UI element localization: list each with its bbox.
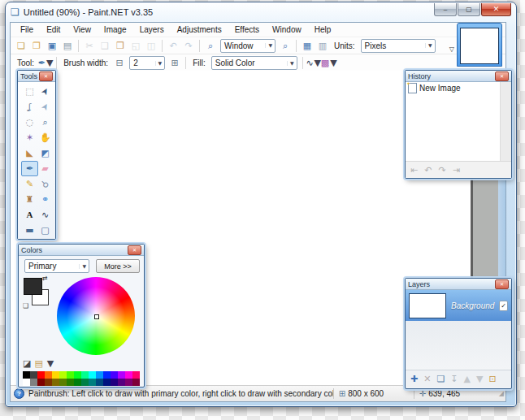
palette-color-swatch[interactable] [23, 379, 30, 386]
toolbar-overflow-icon[interactable]: ▽ [449, 46, 454, 53]
palette-swatch-icon[interactable]: ◪ [23, 359, 31, 368]
menu-item-window[interactable]: Window [266, 24, 308, 36]
menu-item-layers[interactable]: Layers [133, 24, 171, 36]
palette-color-swatch[interactable] [125, 371, 132, 379]
tool-ellipse-select-icon[interactable]: ◌ [21, 115, 38, 130]
palette-color-swatch[interactable] [37, 371, 45, 379]
history-close-icon[interactable]: ✕ [495, 71, 509, 81]
palette-image-icon[interactable]: ▤ [34, 359, 42, 368]
tool-rectangle-select-icon[interactable]: ⬚ [21, 84, 38, 99]
menu-item-help[interactable]: Help [308, 24, 338, 36]
chevron-down-icon[interactable]: ▼ [330, 58, 336, 67]
menu-item-file[interactable]: File [14, 24, 40, 36]
palette-color-swatch[interactable] [30, 371, 37, 379]
tool-line-curve-icon[interactable]: ∿ [37, 207, 54, 223]
palette-color-swatch[interactable] [23, 371, 30, 379]
palette-color-swatch[interactable] [67, 371, 74, 379]
palette-color-swatch[interactable] [103, 379, 111, 386]
history-scrollbar[interactable] [500, 82, 511, 161]
rulers-toggle-icon[interactable]: ▥ [315, 39, 330, 53]
palette-color-swatch[interactable] [111, 379, 118, 386]
chevron-down-icon[interactable]: ▼ [315, 58, 321, 67]
palette-color-swatch[interactable] [96, 371, 103, 379]
chevron-down-icon[interactable]: ▼ [46, 58, 53, 67]
tool-gradient-icon[interactable]: ◩ [37, 145, 54, 161]
palette-color-swatch[interactable] [125, 379, 132, 386]
primary-color-swatch[interactable] [24, 278, 42, 295]
tool-move-selected-pixels-icon[interactable]: ➤ [37, 84, 54, 99]
blend-mode-icon[interactable]: ▩▼ [322, 56, 336, 70]
menu-item-edit[interactable]: Edit [40, 24, 67, 36]
more-button[interactable]: More >> [96, 259, 140, 273]
menu-item-view[interactable]: View [67, 24, 98, 36]
grid-toggle-icon[interactable]: ▦ [300, 39, 315, 53]
tool-clone-stamp-icon[interactable]: ♜ [21, 192, 38, 207]
tools-close-icon[interactable]: ✕ [39, 71, 53, 81]
swap-colors-icon[interactable]: ⇄ [42, 275, 48, 282]
tools-title-bar[interactable]: Tools ✕ [18, 71, 55, 82]
add-layer-icon[interactable]: ✚ [410, 375, 418, 383]
print-icon[interactable]: ▤ [60, 39, 75, 53]
palette-color-swatch[interactable] [30, 379, 37, 386]
palette-color-swatch[interactable] [103, 371, 111, 379]
palette-color-swatch[interactable] [89, 379, 96, 386]
menu-item-effects[interactable]: Effects [228, 24, 266, 36]
tool-eraser-icon[interactable]: ▰ [37, 161, 54, 176]
palette-color-swatch[interactable] [111, 371, 118, 379]
menu-item-image[interactable]: Image [98, 24, 133, 36]
palette-color-swatch[interactable] [118, 379, 125, 386]
tool-recolor-icon[interactable]: ⚭ [37, 192, 54, 207]
layers-close-icon[interactable]: ✕ [495, 279, 509, 289]
history-title-bar[interactable]: History ✕ [406, 71, 511, 82]
menu-item-adjustments[interactable]: Adjustments [171, 24, 228, 36]
tool-magic-wand-icon[interactable]: ✶ [21, 130, 38, 145]
units-select[interactable]: Pixels▼ [361, 39, 436, 53]
resize-grip[interactable]: ◢ [499, 391, 505, 397]
open-image-tab[interactable] [457, 23, 502, 67]
delete-layer-icon[interactable]: ✕ [423, 375, 431, 383]
active-tool-paintbrush-icon[interactable]: ✒▼ [38, 56, 53, 70]
palette-color-swatch[interactable] [45, 379, 52, 386]
tool-paintbrush-icon[interactable]: ✒ [21, 161, 38, 176]
merge-down-icon[interactable]: ↧ [450, 375, 458, 383]
reset-colors-icon[interactable]: ❏ [23, 303, 28, 310]
new-document-icon[interactable]: ❏ [14, 39, 28, 53]
zoom-out-icon[interactable]: ⌕ [203, 39, 218, 53]
tool-text-icon[interactable]: A [21, 207, 38, 223]
palette-color-swatch[interactable] [132, 371, 140, 379]
palette-color-swatch[interactable] [52, 379, 59, 386]
palette-color-swatch[interactable] [59, 379, 67, 386]
minimize-button[interactable]: – [434, 3, 457, 16]
palette-color-swatch[interactable] [81, 379, 89, 386]
layer-row-background[interactable]: Background ✓ [406, 290, 511, 321]
palette-color-swatch[interactable] [74, 379, 81, 386]
tool-pencil-icon[interactable]: ✎ [21, 176, 38, 192]
brush-width-select[interactable]: 2▼ [129, 56, 165, 70]
tool-rounded-rectangle-icon[interactable]: ▢ [37, 223, 54, 238]
colors-close-icon[interactable]: ✕ [128, 245, 141, 255]
tool-rectangle-icon[interactable]: ▬ [21, 223, 38, 238]
move-layer-down-icon[interactable]: ▼ [476, 375, 483, 383]
palette-color-swatch[interactable] [81, 371, 89, 379]
color-mode-select[interactable]: Primary ▼ [24, 259, 89, 273]
brush-width-increase-icon[interactable]: ⊞ [167, 56, 182, 70]
open-folder-icon[interactable]: ❐ [29, 39, 44, 53]
chevron-down-icon[interactable]: ▼ [47, 359, 54, 368]
palette-color-swatch[interactable] [67, 379, 74, 386]
tool-lasso-select-icon[interactable]: ʆ [21, 99, 38, 115]
brush-width-decrease-icon[interactable]: ⊟ [112, 56, 127, 70]
tool-color-picker-icon[interactable]: ⚲ [37, 176, 54, 192]
zoom-mode-select[interactable]: Window▼ [220, 39, 276, 53]
save-icon[interactable]: ▣ [45, 39, 59, 53]
layers-title-bar[interactable]: Layers ✕ [406, 279, 511, 290]
palette-color-swatch[interactable] [118, 371, 125, 379]
title-bar[interactable]: ❏ Untitled (90%) - Paint.NET v3.35 –▢✕ [6, 2, 516, 21]
palette-color-swatch[interactable] [52, 371, 59, 379]
tool-zoom-icon[interactable]: ⌕ [37, 115, 54, 130]
duplicate-layer-icon[interactable]: ❏ [436, 375, 445, 383]
tool-paint-bucket-icon[interactable]: ◣ [21, 145, 38, 161]
layer-properties-icon[interactable]: ⊡ [488, 375, 496, 383]
maximize-button[interactable]: ▢ [458, 3, 480, 16]
fill-style-select[interactable]: Solid Color▼ [211, 56, 297, 70]
palette-color-swatch[interactable] [45, 371, 52, 379]
